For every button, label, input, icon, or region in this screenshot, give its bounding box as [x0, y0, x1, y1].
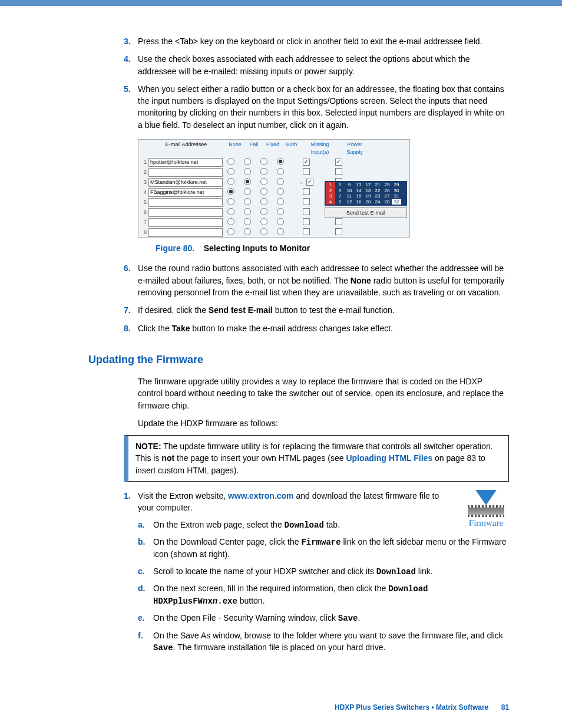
checkbox-power-supply[interactable]: [324, 218, 353, 228]
radio-both[interactable]: [272, 208, 289, 218]
step-text: When you select either a radio button or…: [138, 83, 509, 131]
sub-step-letter: a.: [138, 519, 153, 531]
sub-step-item: d.On the next screen, fill in the requir…: [138, 582, 509, 608]
firmware-lead: Update the HDXP firmware as follows:: [138, 417, 509, 429]
figure-80: E-mail Addressee None Fail Fixed Both Mi…: [138, 139, 509, 254]
checkbox-missing-inputs[interactable]: [289, 159, 324, 167]
radio-fixed[interactable]: [256, 198, 272, 207]
radio-none[interactable]: [223, 178, 239, 187]
radio-fail[interactable]: [239, 208, 256, 218]
input-number-grid[interactable]: 1591317212529261014182226303711151923273…: [325, 181, 407, 206]
page-number: 81: [501, 703, 509, 711]
uploading-html-files-link[interactable]: Uploading HTML Files: [346, 453, 432, 463]
radio-none[interactable]: [223, 208, 239, 218]
steps-list-top: 3.Press the <Tab> key on the keyboard or…: [124, 35, 509, 131]
figure-image: E-mail Addressee None Fail Fixed Both Mi…: [138, 139, 410, 238]
radio-fail[interactable]: [239, 218, 256, 228]
sub-step-item: a.On the Extron web page, select the Dow…: [138, 519, 457, 531]
col-fail: Fail: [244, 140, 263, 157]
checkbox-power-supply[interactable]: [324, 159, 353, 167]
step-text: Use the round radio buttons associated w…: [138, 262, 509, 298]
addressee-row: 1hpotter@folklore.net: [138, 157, 409, 167]
email-field[interactable]: [148, 218, 223, 227]
step-item: 4.Use the check boxes associated with ea…: [124, 53, 509, 77]
figure-caption: Figure 80. Selecting Inputs to Monitor: [156, 242, 509, 254]
radio-fixed[interactable]: [256, 168, 272, 177]
radio-none[interactable]: [223, 218, 239, 228]
step-text: Press the <Tab> key on the keyboard or c…: [138, 35, 509, 47]
step-number: 6.: [124, 262, 138, 298]
sub-step-text: On the next screen, fill in the required…: [153, 582, 509, 608]
radio-both[interactable]: [272, 218, 289, 228]
radio-both[interactable]: [272, 188, 289, 197]
radio-both[interactable]: [272, 198, 289, 207]
radio-fixed[interactable]: [256, 228, 272, 238]
input-grid-panel: 1591317212529261014182226303711151923273…: [325, 181, 407, 218]
checkbox-power-supply[interactable]: [324, 228, 353, 238]
radio-fixed[interactable]: [256, 218, 272, 228]
step-number: 8.: [124, 322, 138, 334]
radio-fail[interactable]: [239, 158, 256, 167]
step-item: 3.Press the <Tab> key on the keyboard or…: [124, 35, 509, 47]
sub-steps: a.On the Extron web page, select the Dow…: [138, 519, 509, 654]
radio-fixed[interactable]: [256, 188, 272, 197]
email-field[interactable]: MStandish@folklore.net: [148, 178, 223, 187]
page: 3.Press the <Tab> key on the keyboard or…: [0, 0, 562, 728]
col-none: None: [226, 140, 244, 157]
steps-list-mid: 6.Use the round radio buttons associated…: [124, 262, 509, 334]
checkbox-missing-inputs[interactable]: [289, 228, 324, 238]
checkbox-missing-inputs[interactable]: [289, 208, 324, 218]
radio-fixed[interactable]: [256, 178, 272, 187]
radio-none[interactable]: [223, 168, 239, 177]
checkbox-power-supply[interactable]: [324, 168, 353, 177]
figure-number: Figure 80.: [156, 243, 194, 253]
steps-list-firmware: 1.FirmwareVisit the Extron website, www.…: [124, 490, 509, 658]
sub-step-text: On the Save As window, browse to the fol…: [153, 630, 509, 654]
checkbox-missing-inputs[interactable]: [289, 198, 324, 207]
radio-fail[interactable]: [239, 168, 256, 177]
col-addressee: E-mail Addressee: [147, 140, 226, 157]
radio-none[interactable]: [223, 188, 239, 197]
radio-none[interactable]: [223, 158, 239, 167]
step-item: 6.Use the round radio buttons associated…: [124, 262, 509, 298]
addressee-row: 8: [138, 228, 409, 238]
radio-fail[interactable]: [239, 188, 256, 197]
send-test-email-button[interactable]: Send test E-mail: [325, 207, 407, 218]
radio-both[interactable]: [272, 158, 289, 167]
page-footer: HDXP Plus Series Switchers • Matrix Soft…: [335, 703, 509, 713]
note-text-2: the page to insert your own HTML pages (…: [174, 453, 346, 463]
firmware-icon: Firmware: [463, 490, 509, 530]
sub-step-text: Scroll to locate the name of your HDXP s…: [153, 565, 509, 578]
sub-step-item: b.On the Download Center page, click the…: [138, 536, 509, 561]
email-field[interactable]: [148, 208, 223, 217]
checkbox-missing-inputs[interactable]: ←: [289, 179, 324, 187]
step-number: 5.: [124, 83, 138, 131]
radio-none[interactable]: [223, 228, 239, 238]
radio-fail[interactable]: [239, 228, 256, 238]
figure-caption-text: Selecting Inputs to Monitor: [204, 243, 310, 253]
sub-step-item: c.Scroll to locate the name of your HDXP…: [138, 565, 509, 578]
radio-both[interactable]: [272, 178, 289, 187]
col-missing-inputs: Missing Input(s): [301, 140, 339, 157]
step-text: Click the Take button to make the e-mail…: [138, 322, 509, 334]
radio-fail[interactable]: [239, 198, 256, 207]
checkbox-missing-inputs[interactable]: [289, 168, 324, 177]
top-bar: [0, 0, 562, 6]
email-field[interactable]: [148, 228, 223, 237]
radio-both[interactable]: [272, 228, 289, 238]
radio-both[interactable]: [272, 168, 289, 177]
firmware-intro: The firmware upgrade utility provides a …: [138, 375, 509, 411]
sub-step-letter: d.: [138, 582, 153, 608]
radio-fail[interactable]: [239, 178, 256, 187]
email-field[interactable]: [148, 168, 223, 177]
email-field[interactable]: [148, 198, 223, 207]
sub-step-letter: b.: [138, 536, 153, 561]
radio-none[interactable]: [223, 198, 239, 207]
email-field[interactable]: FBaggins@folklore.net: [148, 188, 223, 197]
email-field[interactable]: hpotter@folklore.net: [148, 158, 223, 167]
checkbox-missing-inputs[interactable]: [289, 188, 324, 197]
col-both: Both: [282, 140, 301, 157]
checkbox-missing-inputs[interactable]: [289, 218, 324, 228]
radio-fixed[interactable]: [256, 158, 272, 167]
radio-fixed[interactable]: [256, 208, 272, 218]
